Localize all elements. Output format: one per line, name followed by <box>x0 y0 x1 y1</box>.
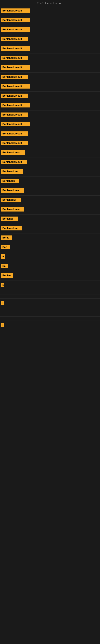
list-item: | <box>0 321 100 330</box>
bottleneck-result-bar: Bott <box>1 245 10 249</box>
list-item: Bottleneck re <box>0 224 100 234</box>
bottleneck-result-bar: | <box>1 323 4 327</box>
list-item: Bottleneck result <box>0 73 100 82</box>
list-item: Bottleneck result <box>0 63 100 73</box>
bottleneck-result-bar: Bottleneck result <box>1 141 28 145</box>
bottleneck-result-bar: Bottleneck result <box>1 37 28 41</box>
rows-container: Bottleneck resultBottleneck resultBottle… <box>0 6 100 330</box>
list-item <box>0 294 100 299</box>
bottleneck-result-bar: Bottleneck result <box>1 84 30 88</box>
bottleneck-result-bar: Bottleneck result <box>1 46 30 51</box>
list-item: Bottleneck result <box>0 35 100 44</box>
bottleneck-result-bar: | <box>1 301 4 305</box>
list-item: Bottle <box>0 234 100 243</box>
bottleneck-result-bar: B <box>1 283 4 287</box>
bottleneck-result-bar: Bottle <box>1 236 12 240</box>
list-item <box>0 316 100 321</box>
list-item: B <box>0 281 100 290</box>
bottleneck-result-bar: Bottleneck result <box>1 18 30 22</box>
bottleneck-result-bar: Bottleneck result <box>1 132 28 136</box>
bottleneck-result-bar: Bottleneck result <box>1 56 28 60</box>
bottleneck-result-bar: Bottleneck re <box>1 226 22 230</box>
bottleneck-result-bar: Bottleneck result <box>1 75 28 79</box>
list-item: Bottleneck result <box>0 6 100 16</box>
bottleneck-result-bar: Bottleneck result <box>1 112 28 117</box>
right-line <box>88 6 88 640</box>
list-item: Bottleneck result <box>0 82 100 92</box>
list-item <box>0 308 100 312</box>
bottleneck-result-bar: Bottleneck <box>1 179 19 183</box>
bottleneck-result-bar: Bottlen <box>1 273 13 278</box>
list-item: Bottleneck <box>0 177 100 186</box>
bottleneck-result-bar: Bottleneck result <box>1 160 27 164</box>
list-item: Bottleneck resu <box>0 148 100 158</box>
bottleneck-result-bar: Bottlenec <box>1 216 18 221</box>
bottleneck-result-bar: Bottleneck resu <box>1 150 25 155</box>
list-item: | <box>0 299 100 308</box>
list-item <box>0 312 100 316</box>
site-title: TheBottlenecker.com <box>0 0 100 6</box>
list-item: Bottleneck r <box>0 196 100 205</box>
list-item: B <box>0 252 100 262</box>
list-item: Bottleneck result <box>0 120 100 130</box>
bottleneck-result-bar: Bottleneck result <box>1 94 28 98</box>
list-item: Bottleneck result <box>0 44 100 54</box>
list-item: Bottleneck re <box>0 167 100 177</box>
list-item: Bottleneck res <box>0 186 100 196</box>
list-item: Bottleneck result <box>0 25 100 35</box>
bottleneck-result-bar: Bottleneck result <box>1 103 30 108</box>
list-item: Bott <box>0 243 100 252</box>
bottleneck-result-bar: Bottleneck result <box>1 65 30 70</box>
list-item: Bottleneck result <box>0 158 100 167</box>
list-item: Bottleneck result <box>0 101 100 110</box>
list-item: Bottleneck resu <box>0 205 100 214</box>
bottleneck-result-bar: Bottleneck r <box>1 198 21 202</box>
bottleneck-result-bar: Bottleneck result <box>1 8 30 13</box>
list-item: Bottleneck result <box>0 110 100 120</box>
bottleneck-result-bar: Bot <box>1 264 8 268</box>
bottleneck-result-bar: B <box>1 254 5 259</box>
list-item <box>0 290 100 294</box>
list-item: Bottleneck result <box>0 92 100 101</box>
list-item: Bot <box>0 262 100 271</box>
list-item: Bottleneck result <box>0 16 100 25</box>
list-item: Bottleneck result <box>0 139 100 148</box>
bottleneck-result-bar: Bottleneck re <box>1 169 23 174</box>
bottleneck-result-bar: Bottleneck res <box>1 188 24 192</box>
bottleneck-result-bar: Bottleneck result <box>1 27 30 32</box>
list-item: Bottlen <box>0 271 100 281</box>
list-item: Bottlenec <box>0 214 100 224</box>
list-item: Bottleneck result <box>0 54 100 63</box>
list-item: Bottleneck result <box>0 130 100 139</box>
bottleneck-result-bar: Bottleneck result <box>1 122 30 126</box>
bottleneck-result-bar: Bottleneck resu <box>1 207 24 212</box>
